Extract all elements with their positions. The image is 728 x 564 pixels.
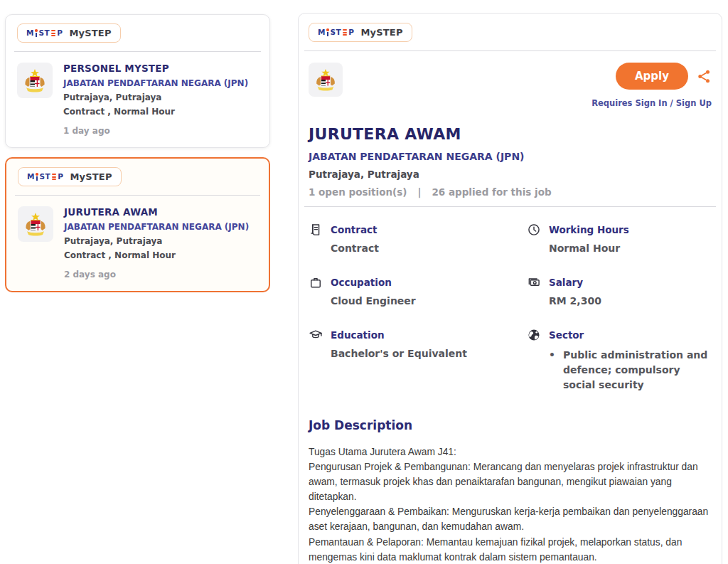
requires-sign-in-link[interactable]: Requires Sign In / Sign Up — [592, 98, 712, 108]
attribute-value: Bachelor's or Equivalent — [331, 348, 527, 359]
job-card-posted: 1 day ago — [63, 126, 248, 136]
job-title: JURUTERA AWAM — [309, 125, 712, 143]
badge-label: MySTEP — [70, 171, 112, 182]
mystep-logo-icon: MSTP — [26, 29, 63, 37]
mystep-logo-icon: MSTP — [27, 173, 63, 181]
mystep-job-portal: MSTP MySTEP PERSONEL MYSTEP JABATAN PEND… — [0, 0, 728, 564]
globe-icon — [527, 328, 541, 342]
briefcase-icon — [309, 275, 323, 289]
logo-letter: ST — [39, 173, 50, 181]
logo-letter: M — [26, 29, 34, 37]
job-detail-panel: MSTP MySTEP Apply — [298, 13, 722, 564]
description-line: Pengurusan Projek & Pembangunan: Meranca… — [309, 459, 712, 504]
badge-label: MySTEP — [69, 28, 111, 38]
job-description-heading: Job Description — [309, 418, 712, 432]
attribute-education: Education Bachelor's or Equivalent — [309, 328, 527, 393]
job-stats: 1 open position(s) | 26 applied for this… — [309, 186, 712, 198]
attribute-label: Sector — [549, 329, 584, 341]
job-card-title: JURUTERA AWAM — [64, 206, 249, 218]
attribute-value: RM 2,300 — [549, 295, 712, 307]
job-company: JABATAN PENDAFTARAN NEGARA (JPN) — [309, 151, 712, 162]
mystep-badge: MSTP MySTEP — [18, 167, 122, 186]
applied-count: 26 applied for this job — [432, 186, 551, 198]
clock-icon — [527, 223, 541, 237]
logo-letter: ST — [330, 28, 341, 36]
mystep-badge: MSTP MySTEP — [309, 23, 412, 42]
job-card-jurutera-awam[interactable]: MSTP MySTEP JURUTERA AWAM JABATAN PENDAF… — [5, 157, 270, 292]
attribute-label: Education — [331, 329, 385, 341]
attribute-value: Contract — [331, 243, 527, 254]
divider — [304, 50, 716, 51]
company-logo — [18, 206, 53, 242]
logo-letter: M — [318, 28, 326, 36]
attribute-salary: Salary RM 2,300 — [527, 275, 712, 307]
mystep-badge: MSTP MySTEP — [17, 23, 121, 43]
apply-button[interactable]: Apply — [616, 63, 688, 90]
divider — [14, 51, 261, 52]
badge-label: MySTEP — [360, 27, 402, 38]
job-card-employment: Contract , Normal Hour — [64, 250, 249, 260]
company-logo — [17, 63, 53, 98]
attribute-value: Normal Hour — [549, 243, 712, 254]
job-card-posted: 2 days ago — [64, 270, 249, 280]
contract-icon — [309, 223, 323, 237]
attribute-label: Occupation — [331, 277, 392, 288]
logo-letter: M — [27, 173, 35, 181]
logo-letter: P — [58, 173, 63, 181]
job-card-company: JABATAN PENDAFTARAN NEGARA (JPN) — [64, 222, 249, 232]
malaysia-coat-of-arms-icon — [21, 211, 50, 237]
stats-separator: | — [417, 186, 421, 198]
logo-letter: ST — [38, 29, 50, 37]
share-icon — [697, 69, 712, 84]
malaysia-coat-of-arms-icon — [312, 68, 339, 92]
job-location: Putrajaya, Putrajaya — [309, 169, 712, 180]
attribute-label: Working Hours — [549, 224, 629, 235]
divider — [15, 195, 260, 196]
graduation-cap-icon — [309, 328, 323, 342]
description-line: Tugas Utama Jurutera Awam J41: — [309, 445, 712, 459]
job-card-employment: Contract , Normal Hour — [63, 107, 248, 117]
job-card-location: Putrajaya, Putrajaya — [64, 236, 249, 246]
attribute-occupation: Occupation Cloud Engineer — [309, 275, 527, 307]
bullet: • — [549, 348, 555, 393]
job-description: Tugas Utama Jurutera Awam J41: Pengurusa… — [309, 445, 712, 564]
company-logo — [309, 63, 343, 97]
job-card-location: Putrajaya, Putrajaya — [63, 92, 248, 102]
mystep-logo-icon: MSTP — [318, 28, 354, 36]
attribute-contract: Contract Contract — [309, 223, 527, 254]
job-attributes: Contract Contract Working Hours Normal H… — [309, 223, 712, 393]
share-button[interactable] — [697, 69, 712, 84]
attribute-label: Contract — [331, 224, 377, 235]
attribute-sector: Sector • Public administration and defen… — [527, 328, 712, 393]
logo-letter: P — [57, 29, 63, 37]
attribute-value: Public administration and defence; compu… — [563, 348, 712, 393]
attribute-working-hours: Working Hours Normal Hour — [527, 223, 712, 254]
job-card-company: JABATAN PENDAFTARAN NEGARA (JPN) — [63, 78, 248, 88]
job-card-title: PERSONEL MYSTEP — [63, 63, 248, 74]
malaysia-coat-of-arms-icon — [21, 68, 49, 93]
job-list: MSTP MySTEP PERSONEL MYSTEP JABATAN PEND… — [5, 14, 270, 302]
description-line: Penyelenggaraan & Pembaikan: Menguruskan… — [309, 504, 712, 534]
attribute-value: Cloud Engineer — [331, 295, 527, 307]
description-line: Pemantauan & Pelaporan: Memantau kemajua… — [309, 535, 712, 564]
attribute-label: Salary — [549, 277, 583, 288]
open-positions: 1 open position(s) — [309, 186, 407, 198]
job-card-personel-mystep[interactable]: MSTP MySTEP PERSONEL MYSTEP JABATAN PEND… — [5, 14, 270, 148]
divider — [304, 206, 716, 207]
logo-letter: P — [348, 28, 354, 36]
banknote-icon — [527, 275, 541, 289]
